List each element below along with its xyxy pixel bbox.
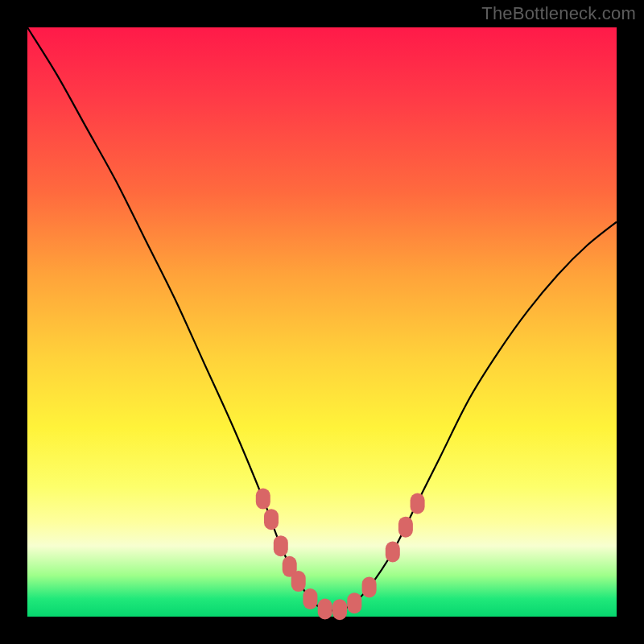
chart-frame: TheBottleneck.com: [0, 0, 644, 644]
curve-marker: [291, 571, 306, 592]
curve-marker: [411, 493, 425, 514]
curve-marker: [386, 542, 400, 563]
curve-marker: [332, 599, 347, 620]
curve-marker: [318, 599, 332, 620]
bottleneck-curve: [27, 27, 617, 611]
watermark-text: TheBottleneck.com: [481, 3, 636, 24]
curve-marker: [362, 576, 377, 597]
curve-markers: [256, 489, 425, 621]
plot-area: [27, 27, 617, 617]
chart-svg: [27, 27, 617, 617]
curve-marker: [264, 509, 279, 530]
curve-marker: [398, 517, 413, 538]
curve-marker: [303, 588, 317, 609]
curve-marker: [274, 535, 288, 556]
curve-marker: [256, 489, 270, 510]
curve-marker: [347, 592, 361, 613]
